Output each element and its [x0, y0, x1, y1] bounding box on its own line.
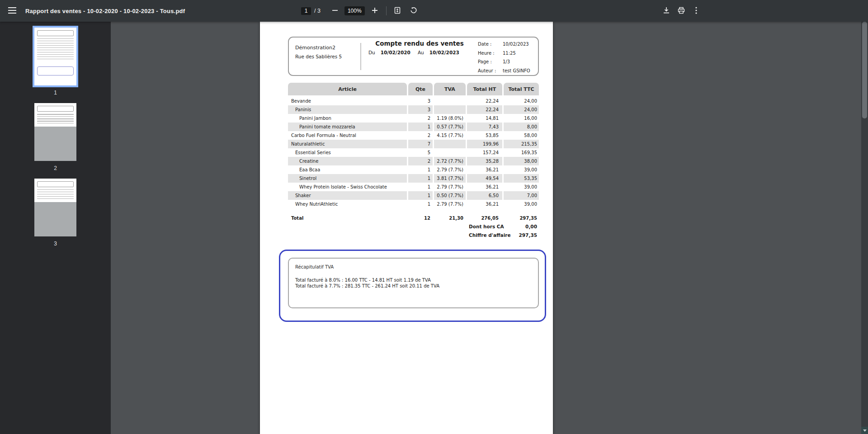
- summary-label: Dont hors CA: [469, 224, 504, 229]
- column-header-article: Article: [288, 83, 407, 95]
- tva-recap-annotation[interactable]: Récapitulatif TVA Total facturé à 8.0% :…: [279, 250, 546, 322]
- company-address: Rue des Sablières 5: [295, 54, 342, 59]
- page-number-input[interactable]: [301, 7, 311, 15]
- header-meta-row: Auteur :test GSINFO: [478, 68, 537, 77]
- thumbnail-image[interactable]: [34, 28, 76, 85]
- total-qte: 12: [408, 214, 433, 221]
- cell-tva: 2.79 (7.7%): [434, 165, 466, 174]
- cell-article: Naturalathletic: [288, 140, 407, 148]
- total-ht: 276,05: [467, 214, 502, 221]
- table-row: Carbo Fuel Formula - Neutral24.15 (7.7%)…: [288, 131, 539, 140]
- table-row: Eaa Bcaa12.79 (7.7%)36,2139,00: [288, 165, 539, 174]
- zoom-in-button[interactable]: [368, 4, 382, 18]
- header-meta-row: Date :10/02/2023: [478, 42, 537, 51]
- column-header-tva: TVA: [434, 83, 466, 95]
- thumb-sketch-header: [37, 181, 74, 187]
- cell-tva: 1.19 (8.0%): [434, 114, 466, 123]
- summary-label: Chiffre d'affaire: [469, 232, 511, 238]
- printer-icon: [678, 7, 685, 15]
- meta-value: 11:25: [503, 51, 537, 56]
- cell-ttc: 24,00: [504, 97, 539, 105]
- thumb-sketch-table: [37, 114, 74, 125]
- cell-ttc: 215,35: [504, 140, 539, 148]
- thumbnail-image[interactable]: [34, 179, 76, 236]
- vertical-ellipsis-icon: [695, 7, 697, 15]
- cell-ttc: 39,00: [504, 200, 539, 208]
- vertical-scrollbar[interactable]: [861, 22, 868, 434]
- table-row: Panini Jambon21.19 (8.0%)14,8116,00: [288, 114, 539, 123]
- thumbnail-page-1[interactable]: 1: [34, 28, 76, 96]
- table-row: Sinetrol13.81 (7.7%)49,5453,35: [288, 174, 539, 183]
- cell-ht: 22,24: [467, 97, 502, 105]
- more-options-button[interactable]: [689, 4, 703, 18]
- table-row: Naturalathletic7199,96215,35: [288, 140, 539, 148]
- menu-button[interactable]: [5, 4, 19, 18]
- report-period: Du10/02/2020Au10/02/2023: [368, 50, 459, 55]
- cell-ttc: 58,00: [504, 131, 539, 140]
- table-row: Creatine22.72 (7.7%)35,2838,00: [288, 157, 539, 165]
- thumbnail-image[interactable]: [34, 103, 76, 161]
- cell-ht: 199,96: [467, 140, 502, 148]
- thumbnail-page-number: 3: [34, 241, 76, 247]
- cell-ht: 36,21: [467, 200, 502, 208]
- cell-tva: 2.79 (7.7%): [434, 183, 466, 191]
- thumbnail-page-number: 1: [34, 90, 76, 96]
- thumb-sketch-box: [37, 66, 74, 75]
- cell-ttc: 7,00: [504, 191, 539, 200]
- rotate-button[interactable]: [407, 4, 420, 18]
- cell-qte: 1: [408, 165, 433, 174]
- table-row: Paninis322,2424,00: [288, 105, 539, 114]
- cell-qte: 2: [408, 114, 433, 123]
- cell-ttc: 39,00: [504, 183, 539, 191]
- rotate-icon: [410, 7, 417, 15]
- cell-ttc: 24,00: [504, 105, 539, 114]
- cell-ht: 49,54: [467, 174, 502, 183]
- thumbnail-page-3[interactable]: 3: [34, 179, 76, 247]
- table-row: Whey NutriAthletic12.79 (7.7%)36,2139,00: [288, 200, 539, 208]
- cell-article: Panini Jambon: [288, 114, 407, 123]
- scroll-down-button[interactable]: [861, 427, 868, 434]
- cell-ht: 157,24: [467, 148, 502, 157]
- meta-value: test GSINFO: [503, 68, 537, 73]
- cell-ttc: 38,00: [504, 157, 539, 165]
- period-from-value: 10/02/2020: [381, 50, 410, 55]
- print-button[interactable]: [675, 4, 688, 18]
- cell-ttc: 16,00: [504, 114, 539, 123]
- meta-label: Page :: [478, 59, 503, 64]
- toolbar-left: Rapport des ventes - 10-02-2020 - 10-02-…: [5, 0, 185, 22]
- cell-ttc: 8,00: [504, 123, 539, 131]
- toolbar-right: [660, 0, 703, 22]
- cell-ht: 53,85: [467, 131, 502, 140]
- meta-value: 1/3: [503, 59, 537, 64]
- scrollbar-thumb[interactable]: [862, 22, 867, 118]
- cell-ht: 22,24: [467, 105, 502, 114]
- cell-ht: 6,50: [467, 191, 502, 200]
- period-to-label: Au: [418, 50, 424, 55]
- tva-recap-title: Récapitulatif TVA: [295, 264, 334, 269]
- cell-tva: [434, 140, 466, 148]
- document-title: Rapport des ventes - 10-02-2020 - 10-02-…: [25, 8, 185, 14]
- column-header-total-ttc: Total TTC: [504, 83, 539, 95]
- hamburger-icon: [8, 7, 16, 15]
- meta-label: Heure :: [478, 51, 503, 56]
- cell-qte: 1: [408, 191, 433, 200]
- header-meta-row: Page :1/3: [478, 59, 537, 68]
- thumb-sketch-body: [34, 202, 76, 236]
- cell-qte: 2: [408, 131, 433, 140]
- cell-qte: 1: [408, 200, 433, 208]
- download-button[interactable]: [660, 4, 673, 18]
- cell-qte: 7: [408, 140, 433, 148]
- table-row: Essential Series5157,24169,35: [288, 148, 539, 157]
- zoom-out-button[interactable]: [328, 4, 342, 18]
- thumbnail-page-2[interactable]: 2: [34, 103, 76, 171]
- toolbar-divider: [386, 6, 387, 15]
- meta-value: 10/02/2023: [503, 42, 537, 47]
- fit-page-button[interactable]: [391, 4, 404, 18]
- header-meta: Date :10/02/2023Heure :11:25Page :1/3Aut…: [478, 42, 537, 77]
- total-ttc: 297,35: [504, 214, 539, 221]
- cell-qte: 1: [408, 174, 433, 183]
- plus-icon: [372, 7, 378, 15]
- thumb-sketch-header: [37, 106, 74, 112]
- report-header-box: Démonstration2 Rue des Sablières 5 Compt…: [288, 37, 539, 76]
- summary-row: Chiffre d'affaire297,35: [288, 232, 539, 241]
